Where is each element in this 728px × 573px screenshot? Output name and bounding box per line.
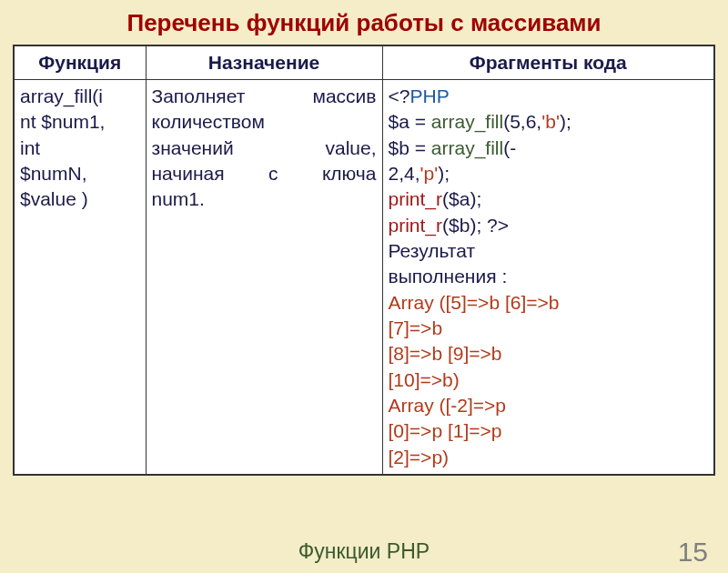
desc-word: num1.: [152, 188, 205, 209]
func-line: $numN,: [20, 163, 87, 184]
functions-table: Функция Назначение Фрагменты кода array_…: [13, 45, 715, 476]
output-line: [10]=>b): [389, 369, 460, 390]
code-token: );: [560, 111, 571, 132]
output-line: [7]=>b: [389, 317, 443, 338]
cell-function: array_fill(i nt $num1, int $numN, $value…: [14, 80, 146, 476]
code-token: array_fill: [431, 111, 503, 132]
code-token: (-: [503, 137, 516, 158]
header-code: Фрагменты кода: [382, 45, 714, 80]
func-line: $value ): [20, 188, 88, 209]
code-token: print_r: [389, 215, 443, 236]
footer-label: Функции PHP: [0, 539, 728, 564]
output-line: [8]=>b [9]=>b: [389, 343, 502, 364]
code-token: 'p': [420, 163, 439, 184]
code-token: array_fill: [431, 137, 503, 158]
code-token: print_r: [389, 188, 443, 209]
cell-purpose: Заполняетмассив количеством значенийvalu…: [146, 80, 382, 476]
code-token: 'b': [541, 111, 560, 132]
code-token: 2,4,: [389, 163, 420, 184]
cell-code: <?PHP $a = array_fill(5,6,'b'); $b = arr…: [382, 80, 714, 476]
code-token: );: [438, 163, 450, 184]
code-token: $a =: [389, 111, 431, 132]
func-line: int: [20, 137, 40, 158]
table-row: array_fill(i nt $num1, int $numN, $value…: [14, 80, 714, 476]
page-title: Перечень функций работы с массивами: [0, 0, 728, 45]
code-token: ($b); ?>: [442, 215, 509, 236]
desc-word: Заполняет: [152, 84, 246, 109]
desc-word: начиная: [152, 161, 225, 186]
output-line: Array ([5]=>b [6]=>b: [389, 292, 560, 313]
result-label: выполнения :: [389, 266, 508, 286]
output-line: [2]=>p): [389, 447, 450, 467]
desc-word: массив: [312, 84, 376, 109]
code-token: PHP: [410, 85, 449, 106]
func-line: nt $num1,: [20, 111, 105, 132]
desc-word: количеством: [152, 111, 265, 132]
page-number: 15: [678, 537, 708, 568]
code-token: <?: [389, 85, 410, 106]
footer: Функции PHP 15: [0, 539, 728, 564]
output-line: Array ([-2]=>p: [389, 395, 507, 416]
output-line: [0]=>p [1]=>p: [389, 420, 502, 441]
code-token: $b =: [389, 137, 431, 158]
desc-word: value,: [325, 136, 376, 161]
header-purpose: Назначение: [146, 45, 382, 80]
func-line: array_fill(i: [20, 85, 103, 106]
desc-word: ключа: [322, 161, 377, 186]
code-token: (5,6,: [503, 111, 541, 132]
code-token: ($a);: [442, 188, 481, 209]
table-header-row: Функция Назначение Фрагменты кода: [14, 45, 714, 80]
desc-word: с: [268, 161, 278, 186]
header-function: Функция: [14, 45, 146, 80]
desc-word: значений: [152, 136, 234, 161]
result-label: Результат: [389, 240, 476, 261]
